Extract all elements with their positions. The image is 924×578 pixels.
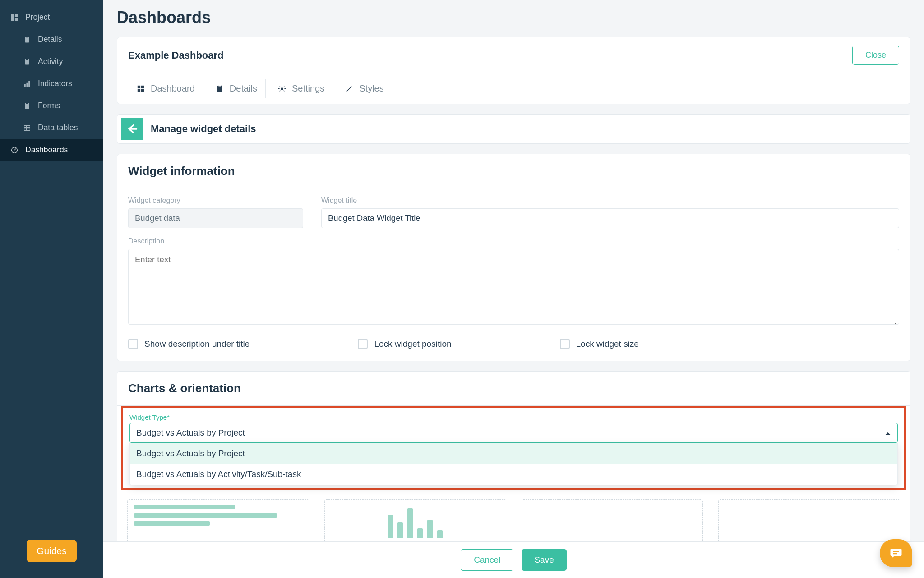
- tab-details[interactable]: Details: [207, 79, 266, 98]
- widget-type-select[interactable]: Budget vs Actuals by Project: [129, 423, 898, 443]
- chat-icon: [889, 546, 903, 560]
- svg-rect-6: [26, 58, 28, 60]
- checkbox-icon: [560, 339, 570, 349]
- sidebar-item-label: Dashboards: [25, 145, 68, 155]
- svg-rect-1: [15, 14, 18, 17]
- widget-info-card: Widget information Widget category Widge…: [117, 154, 910, 361]
- clipboard-icon: [215, 84, 224, 93]
- tab-label: Settings: [292, 83, 324, 94]
- footer: Cancel Save: [103, 541, 924, 578]
- save-button[interactable]: Save: [522, 549, 566, 571]
- gear-icon: [277, 84, 286, 93]
- grid-icon: [23, 124, 32, 133]
- chart-preview-vbar[interactable]: [324, 499, 506, 544]
- sidebar-item-indicators[interactable]: Indicators: [0, 73, 103, 95]
- svg-point-23: [281, 87, 283, 90]
- widget-type-label: Widget Type*: [129, 413, 898, 421]
- section-title: Widget information: [117, 154, 910, 188]
- check-lock-size[interactable]: Lock widget size: [560, 339, 639, 349]
- svg-rect-3: [25, 37, 29, 42]
- tab-bar: Dashboard Details Settings Styles: [117, 73, 910, 104]
- tab-styles[interactable]: Styles: [337, 79, 392, 98]
- tab-settings[interactable]: Settings: [269, 79, 333, 98]
- chart-previews: [117, 499, 910, 548]
- svg-rect-9: [28, 81, 30, 87]
- description-textarea[interactable]: [128, 249, 899, 325]
- svg-rect-20: [141, 89, 144, 92]
- sidebar-item-details[interactable]: Details: [0, 28, 103, 50]
- widget-type-option[interactable]: Budget vs Actuals by Project: [130, 443, 897, 464]
- close-button[interactable]: Close: [852, 46, 899, 65]
- bars-icon: [23, 79, 32, 88]
- back-button[interactable]: [121, 118, 143, 140]
- main: Dashboards Example Dashboard Close Dashb…: [103, 0, 924, 578]
- widget-category-label: Widget category: [128, 197, 303, 205]
- tab-label: Styles: [359, 83, 383, 94]
- svg-rect-17: [138, 85, 140, 88]
- sidebar-item-label: Activity: [38, 57, 63, 66]
- svg-rect-5: [25, 59, 29, 64]
- svg-rect-0: [11, 14, 14, 20]
- check-label: Lock widget position: [374, 339, 451, 349]
- clipboard-icon: [23, 101, 32, 110]
- svg-rect-4: [26, 36, 28, 37]
- sidebar-item-label: Project: [25, 13, 50, 22]
- checkbox-icon: [358, 339, 368, 349]
- description-label: Description: [128, 237, 899, 245]
- svg-rect-22: [218, 85, 221, 87]
- sidebar-item-project[interactable]: Project: [0, 6, 103, 28]
- svg-rect-19: [138, 89, 140, 92]
- svg-rect-7: [24, 84, 26, 87]
- widget-category-input: [128, 208, 303, 228]
- sidebar-item-data-tables[interactable]: Data tables: [0, 117, 103, 139]
- section-title: Charts & orientation: [117, 372, 910, 406]
- page-title: Dashboards: [117, 8, 910, 27]
- chart-preview-blank[interactable]: [718, 499, 900, 544]
- chart-preview-blank[interactable]: [522, 499, 703, 544]
- svg-rect-25: [893, 553, 897, 554]
- check-show-description[interactable]: Show description under title: [128, 339, 249, 349]
- checkbox-icon: [128, 339, 138, 349]
- guides-button[interactable]: Guides: [27, 540, 77, 562]
- clipboard-icon: [23, 57, 32, 66]
- caret-up-icon: [885, 428, 891, 438]
- project-icon: [10, 13, 19, 22]
- sidebar-item-dashboards[interactable]: Dashboards: [0, 139, 103, 161]
- check-lock-position[interactable]: Lock widget position: [358, 339, 451, 349]
- tab-label: Details: [230, 83, 257, 94]
- svg-rect-2: [15, 18, 18, 20]
- sidebar-item-forms[interactable]: Forms: [0, 95, 103, 117]
- cancel-button[interactable]: Cancel: [461, 549, 513, 571]
- sidebar-item-label: Forms: [38, 101, 60, 110]
- sidebar-item-label: Details: [38, 35, 62, 44]
- chart-preview-hbar[interactable]: [127, 499, 309, 544]
- svg-rect-11: [26, 102, 28, 104]
- check-label: Lock widget size: [576, 339, 639, 349]
- widget-title-input[interactable]: [321, 208, 899, 228]
- svg-rect-8: [26, 82, 28, 87]
- sidebar: Project Details Activity Indicators Form…: [0, 0, 103, 578]
- widget-type-dropdown: Budget vs Actuals by Project Budget vs A…: [129, 443, 898, 485]
- tab-label: Dashboard: [151, 83, 195, 94]
- gauge-icon: [10, 146, 19, 155]
- manage-widget-title: Manage widget details: [151, 123, 256, 135]
- dashboard-header-card: Example Dashboard Close Dashboard Detail…: [117, 37, 910, 104]
- svg-rect-24: [893, 551, 899, 552]
- spacer: [0, 161, 103, 540]
- check-label: Show description under title: [144, 339, 249, 349]
- tab-dashboard[interactable]: Dashboard: [128, 79, 203, 98]
- chat-fab[interactable]: [880, 539, 912, 567]
- svg-rect-10: [25, 103, 29, 109]
- dashboard-title: Example Dashboard: [128, 50, 224, 61]
- sidebar-item-activity[interactable]: Activity: [0, 50, 103, 73]
- widget-type-option[interactable]: Budget vs Actuals by Activity/Task/Sub-t…: [130, 464, 897, 485]
- clipboard-icon: [23, 35, 32, 44]
- svg-rect-12: [24, 125, 30, 130]
- pen-icon: [345, 84, 354, 93]
- widget-type-highlight: Widget Type* Budget vs Actuals by Projec…: [121, 406, 906, 490]
- widget-type-selected: Budget vs Actuals by Project: [136, 428, 245, 438]
- sidebar-item-label: Indicators: [38, 79, 72, 88]
- svg-rect-18: [141, 85, 144, 88]
- svg-rect-21: [217, 85, 222, 92]
- widget-title-label: Widget title: [321, 197, 899, 205]
